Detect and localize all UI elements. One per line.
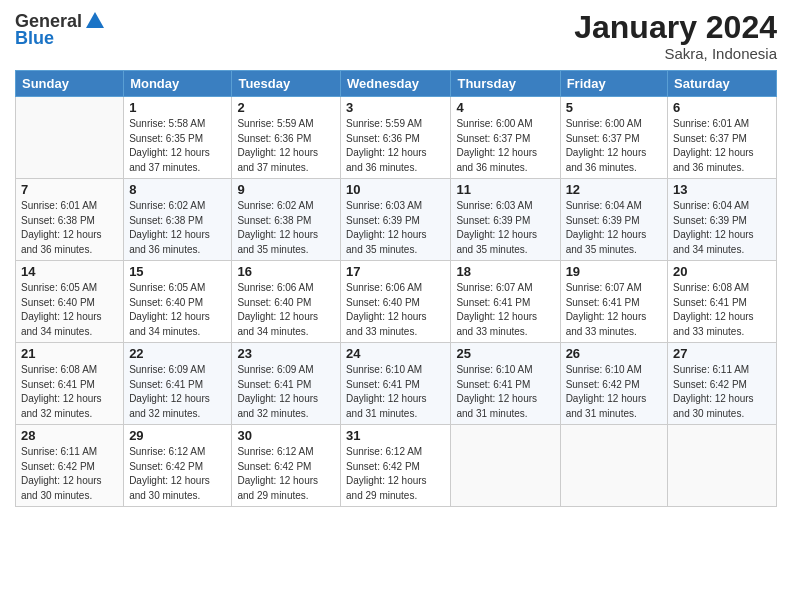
calendar-cell: 30Sunrise: 6:12 AMSunset: 6:42 PMDayligh… [232,425,341,507]
calendar-cell: 23Sunrise: 6:09 AMSunset: 6:41 PMDayligh… [232,343,341,425]
calendar-cell: 17Sunrise: 6:06 AMSunset: 6:40 PMDayligh… [341,261,451,343]
day-info: Sunrise: 6:04 AMSunset: 6:39 PMDaylight:… [673,199,771,257]
day-number: 16 [237,264,335,279]
calendar-cell: 2Sunrise: 5:59 AMSunset: 6:36 PMDaylight… [232,97,341,179]
calendar-cell: 6Sunrise: 6:01 AMSunset: 6:37 PMDaylight… [668,97,777,179]
day-info: Sunrise: 6:00 AMSunset: 6:37 PMDaylight:… [456,117,554,175]
day-info: Sunrise: 6:08 AMSunset: 6:41 PMDaylight:… [673,281,771,339]
day-number: 23 [237,346,335,361]
calendar-cell: 28Sunrise: 6:11 AMSunset: 6:42 PMDayligh… [16,425,124,507]
calendar-cell: 24Sunrise: 6:10 AMSunset: 6:41 PMDayligh… [341,343,451,425]
day-number: 29 [129,428,226,443]
calendar-cell: 10Sunrise: 6:03 AMSunset: 6:39 PMDayligh… [341,179,451,261]
day-info: Sunrise: 6:05 AMSunset: 6:40 PMDaylight:… [21,281,118,339]
day-info: Sunrise: 6:05 AMSunset: 6:40 PMDaylight:… [129,281,226,339]
calendar-cell: 9Sunrise: 6:02 AMSunset: 6:38 PMDaylight… [232,179,341,261]
day-info: Sunrise: 5:59 AMSunset: 6:36 PMDaylight:… [237,117,335,175]
calendar-cell: 13Sunrise: 6:04 AMSunset: 6:39 PMDayligh… [668,179,777,261]
calendar-cell: 3Sunrise: 5:59 AMSunset: 6:36 PMDaylight… [341,97,451,179]
logo: General Blue [15,10,106,49]
calendar-cell: 29Sunrise: 6:12 AMSunset: 6:42 PMDayligh… [124,425,232,507]
weekday-header-wednesday: Wednesday [341,71,451,97]
day-number: 22 [129,346,226,361]
day-info: Sunrise: 6:07 AMSunset: 6:41 PMDaylight:… [456,281,554,339]
day-number: 4 [456,100,554,115]
day-number: 8 [129,182,226,197]
day-info: Sunrise: 6:12 AMSunset: 6:42 PMDaylight:… [237,445,335,503]
calendar-cell [16,97,124,179]
day-info: Sunrise: 5:59 AMSunset: 6:36 PMDaylight:… [346,117,445,175]
day-number: 18 [456,264,554,279]
weekday-header-thursday: Thursday [451,71,560,97]
calendar-cell: 18Sunrise: 6:07 AMSunset: 6:41 PMDayligh… [451,261,560,343]
weekday-header-friday: Friday [560,71,667,97]
day-info: Sunrise: 6:08 AMSunset: 6:41 PMDaylight:… [21,363,118,421]
calendar-cell: 7Sunrise: 6:01 AMSunset: 6:38 PMDaylight… [16,179,124,261]
day-info: Sunrise: 6:12 AMSunset: 6:42 PMDaylight:… [129,445,226,503]
day-number: 25 [456,346,554,361]
day-number: 5 [566,100,662,115]
calendar-cell [668,425,777,507]
calendar-cell: 26Sunrise: 6:10 AMSunset: 6:42 PMDayligh… [560,343,667,425]
day-number: 19 [566,264,662,279]
day-number: 21 [21,346,118,361]
day-number: 12 [566,182,662,197]
day-number: 31 [346,428,445,443]
calendar-cell: 31Sunrise: 6:12 AMSunset: 6:42 PMDayligh… [341,425,451,507]
calendar-cell: 11Sunrise: 6:03 AMSunset: 6:39 PMDayligh… [451,179,560,261]
day-info: Sunrise: 6:09 AMSunset: 6:41 PMDaylight:… [129,363,226,421]
weekday-header-saturday: Saturday [668,71,777,97]
day-info: Sunrise: 6:04 AMSunset: 6:39 PMDaylight:… [566,199,662,257]
calendar-cell: 22Sunrise: 6:09 AMSunset: 6:41 PMDayligh… [124,343,232,425]
day-info: Sunrise: 6:10 AMSunset: 6:41 PMDaylight:… [456,363,554,421]
location-subtitle: Sakra, Indonesia [574,45,777,62]
header: General Blue January 2024 Sakra, Indones… [15,10,777,62]
calendar-table: SundayMondayTuesdayWednesdayThursdayFrid… [15,70,777,507]
day-info: Sunrise: 6:01 AMSunset: 6:38 PMDaylight:… [21,199,118,257]
day-info: Sunrise: 6:02 AMSunset: 6:38 PMDaylight:… [129,199,226,257]
calendar-cell: 15Sunrise: 6:05 AMSunset: 6:40 PMDayligh… [124,261,232,343]
day-number: 10 [346,182,445,197]
day-info: Sunrise: 6:01 AMSunset: 6:37 PMDaylight:… [673,117,771,175]
day-info: Sunrise: 6:11 AMSunset: 6:42 PMDaylight:… [673,363,771,421]
month-year-title: January 2024 [574,10,777,45]
day-info: Sunrise: 6:12 AMSunset: 6:42 PMDaylight:… [346,445,445,503]
day-info: Sunrise: 6:06 AMSunset: 6:40 PMDaylight:… [346,281,445,339]
day-number: 9 [237,182,335,197]
calendar-cell: 12Sunrise: 6:04 AMSunset: 6:39 PMDayligh… [560,179,667,261]
calendar-cell: 19Sunrise: 6:07 AMSunset: 6:41 PMDayligh… [560,261,667,343]
calendar-cell: 20Sunrise: 6:08 AMSunset: 6:41 PMDayligh… [668,261,777,343]
calendar-cell [451,425,560,507]
day-number: 1 [129,100,226,115]
day-info: Sunrise: 5:58 AMSunset: 6:35 PMDaylight:… [129,117,226,175]
weekday-header-sunday: Sunday [16,71,124,97]
svg-marker-0 [86,12,104,28]
day-number: 17 [346,264,445,279]
day-number: 27 [673,346,771,361]
day-number: 2 [237,100,335,115]
day-number: 15 [129,264,226,279]
day-number: 13 [673,182,771,197]
day-number: 7 [21,182,118,197]
day-number: 6 [673,100,771,115]
day-info: Sunrise: 6:03 AMSunset: 6:39 PMDaylight:… [456,199,554,257]
calendar-cell: 21Sunrise: 6:08 AMSunset: 6:41 PMDayligh… [16,343,124,425]
day-number: 14 [21,264,118,279]
day-number: 30 [237,428,335,443]
day-info: Sunrise: 6:06 AMSunset: 6:40 PMDaylight:… [237,281,335,339]
logo-icon [84,10,106,32]
day-info: Sunrise: 6:03 AMSunset: 6:39 PMDaylight:… [346,199,445,257]
calendar-cell [560,425,667,507]
calendar-cell: 5Sunrise: 6:00 AMSunset: 6:37 PMDaylight… [560,97,667,179]
day-info: Sunrise: 6:10 AMSunset: 6:42 PMDaylight:… [566,363,662,421]
day-number: 28 [21,428,118,443]
day-info: Sunrise: 6:00 AMSunset: 6:37 PMDaylight:… [566,117,662,175]
day-info: Sunrise: 6:07 AMSunset: 6:41 PMDaylight:… [566,281,662,339]
day-number: 26 [566,346,662,361]
title-block: January 2024 Sakra, Indonesia [574,10,777,62]
calendar-cell: 4Sunrise: 6:00 AMSunset: 6:37 PMDaylight… [451,97,560,179]
weekday-header-monday: Monday [124,71,232,97]
calendar-cell: 27Sunrise: 6:11 AMSunset: 6:42 PMDayligh… [668,343,777,425]
day-info: Sunrise: 6:09 AMSunset: 6:41 PMDaylight:… [237,363,335,421]
day-info: Sunrise: 6:10 AMSunset: 6:41 PMDaylight:… [346,363,445,421]
